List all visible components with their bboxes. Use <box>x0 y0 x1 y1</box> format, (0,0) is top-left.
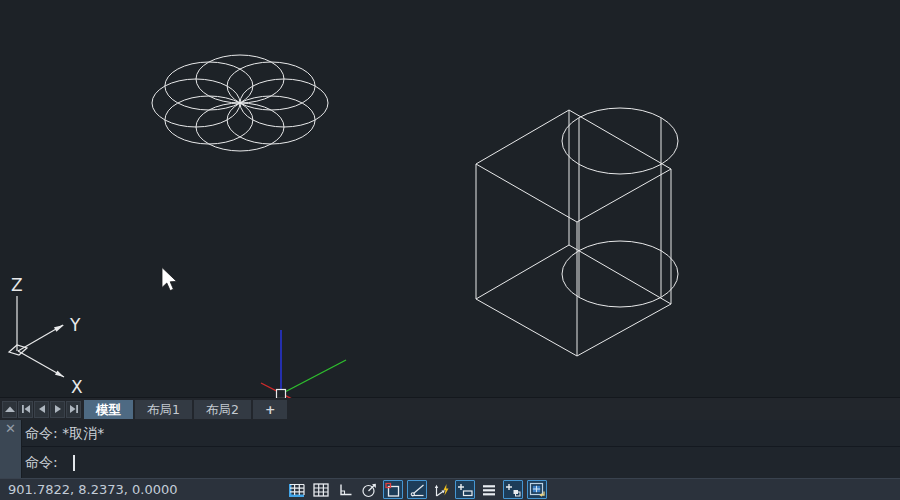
object-snap-tracking-icon[interactable] <box>407 480 427 499</box>
text-cursor <box>73 455 75 471</box>
ucs-x-label: X <box>71 377 83 397</box>
first-icon <box>21 404 31 414</box>
coordinate-readout: 901.7822, 8.2373, 0.0000 <box>8 479 178 500</box>
lineweight-icon[interactable] <box>479 480 499 499</box>
ucs-icon: Z Y X <box>9 275 83 397</box>
crosshair <box>261 330 346 398</box>
prev-icon <box>37 404 47 414</box>
last-icon <box>69 404 79 414</box>
drawing-viewport[interactable]: Z Y X <box>0 0 900 398</box>
ucs-z-label: Z <box>11 275 23 295</box>
up-triangle-icon <box>5 405 15 414</box>
object-snap-icon[interactable] <box>383 480 403 499</box>
command-input[interactable]: 命令: <box>22 447 900 478</box>
wireframe-box-with-cylinder[interactable] <box>476 108 678 356</box>
layout-menu-button[interactable] <box>2 401 17 418</box>
tab-layout2[interactable]: 布局2 <box>194 400 251 419</box>
command-prompt-label: 命令: <box>25 454 58 472</box>
close-icon[interactable]: ✕ <box>5 420 16 478</box>
mouse-cursor <box>162 268 177 291</box>
prev-tab-button[interactable] <box>34 401 49 418</box>
first-tab-button[interactable] <box>18 401 33 418</box>
command-panel-strip: ✕ <box>0 420 22 478</box>
last-tab-button[interactable] <box>66 401 81 418</box>
polar-tracking-icon[interactable] <box>359 480 379 499</box>
next-icon <box>53 404 63 414</box>
ortho-icon[interactable] <box>335 480 355 499</box>
dynamic-input-icon[interactable] <box>431 480 451 499</box>
snap-grid-icon[interactable] <box>287 480 307 499</box>
grid-icon[interactable] <box>311 480 331 499</box>
layout-tab-bar: 模型 布局1 布局2 + <box>0 398 900 420</box>
tab-model[interactable]: 模型 <box>84 400 133 419</box>
command-panel[interactable]: ✕ 命令: *取消* 命令: <box>0 420 900 478</box>
status-bar: 901.7822, 8.2373, 0.0000 <box>0 478 900 500</box>
next-tab-button[interactable] <box>50 401 65 418</box>
tab-layout1[interactable]: 布局1 <box>135 400 192 419</box>
annotation-monitor-icon[interactable] <box>527 480 547 499</box>
ucs-y-label: Y <box>69 315 81 335</box>
add-layout-tab-button[interactable]: + <box>253 400 287 419</box>
command-history-line: 命令: *取消* <box>22 420 900 447</box>
quick-properties-icon[interactable] <box>455 480 475 499</box>
circle-rosette-pattern[interactable] <box>152 55 328 151</box>
pickbox <box>277 390 286 399</box>
selection-cycling-icon[interactable] <box>503 480 523 499</box>
